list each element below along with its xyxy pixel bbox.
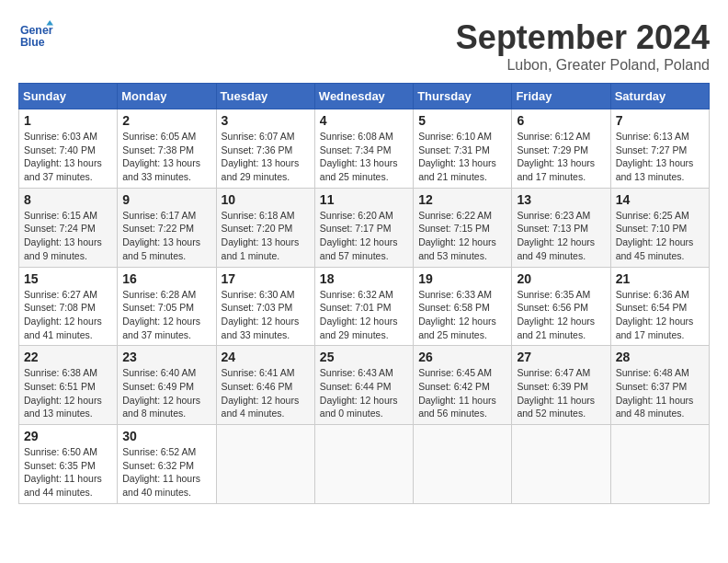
day-info: Sunrise: 6:17 AM Sunset: 7:22 PM Dayligh… <box>122 209 210 263</box>
title-section: September 2024 Lubon, Greater Poland, Po… <box>456 18 710 74</box>
day-number: 3 <box>222 113 310 128</box>
col-header-wednesday: Wednesday <box>314 84 413 109</box>
calendar-week-row: 1Sunrise: 6:03 AM Sunset: 7:40 PM Daylig… <box>19 109 710 189</box>
day-number: 13 <box>517 192 605 207</box>
day-info: Sunrise: 6:12 AM Sunset: 7:29 PM Dayligh… <box>517 130 605 184</box>
day-info: Sunrise: 6:35 AM Sunset: 6:56 PM Dayligh… <box>517 288 605 342</box>
day-number: 2 <box>122 113 210 128</box>
logo-icon: General Blue <box>18 18 53 53</box>
calendar-cell: 11Sunrise: 6:20 AM Sunset: 7:17 PM Dayli… <box>314 188 413 267</box>
calendar-cell: 8Sunrise: 6:15 AM Sunset: 7:24 PM Daylig… <box>19 188 118 267</box>
calendar-cell: 29Sunrise: 6:50 AM Sunset: 6:35 PM Dayli… <box>19 425 118 504</box>
day-number: 23 <box>122 350 210 364</box>
day-number: 16 <box>122 271 210 286</box>
svg-text:Blue: Blue <box>20 36 45 49</box>
calendar-week-row: 15Sunrise: 6:27 AM Sunset: 7:08 PM Dayli… <box>19 267 710 346</box>
day-number: 24 <box>222 350 310 364</box>
calendar-cell: 4Sunrise: 6:08 AM Sunset: 7:34 PM Daylig… <box>314 109 413 189</box>
calendar-cell: 12Sunrise: 6:22 AM Sunset: 7:15 PM Dayli… <box>414 188 512 267</box>
day-info: Sunrise: 6:50 AM Sunset: 6:35 PM Dayligh… <box>24 445 112 500</box>
day-number: 4 <box>320 113 408 128</box>
calendar-cell: 18Sunrise: 6:32 AM Sunset: 7:01 PM Dayli… <box>314 267 413 346</box>
day-number: 14 <box>616 192 704 207</box>
calendar-cell: 5Sunrise: 6:10 AM Sunset: 7:31 PM Daylig… <box>414 109 512 189</box>
calendar-cell: 28Sunrise: 6:48 AM Sunset: 6:37 PM Dayli… <box>610 346 709 425</box>
day-number: 26 <box>418 350 506 364</box>
calendar-cell: 16Sunrise: 6:28 AM Sunset: 7:05 PM Dayli… <box>118 267 216 346</box>
day-number: 10 <box>222 192 310 207</box>
day-number: 22 <box>24 350 112 364</box>
col-header-friday: Friday <box>512 84 610 109</box>
calendar-cell: 19Sunrise: 6:33 AM Sunset: 6:58 PM Dayli… <box>414 267 512 346</box>
day-info: Sunrise: 6:28 AM Sunset: 7:05 PM Dayligh… <box>122 288 210 342</box>
calendar-table: SundayMondayTuesdayWednesdayThursdayFrid… <box>18 83 710 504</box>
day-info: Sunrise: 6:48 AM Sunset: 6:37 PM Dayligh… <box>616 366 704 420</box>
day-info: Sunrise: 6:23 AM Sunset: 7:13 PM Dayligh… <box>517 209 605 263</box>
day-info: Sunrise: 6:45 AM Sunset: 6:42 PM Dayligh… <box>418 366 506 420</box>
day-number: 9 <box>122 192 210 207</box>
col-header-tuesday: Tuesday <box>216 84 314 109</box>
calendar-cell: 2Sunrise: 6:05 AM Sunset: 7:38 PM Daylig… <box>118 109 216 189</box>
month-title: September 2024 <box>456 18 710 57</box>
day-info: Sunrise: 6:43 AM Sunset: 6:44 PM Dayligh… <box>320 366 408 420</box>
day-number: 29 <box>24 429 112 443</box>
day-number: 19 <box>418 271 506 286</box>
calendar-cell: 27Sunrise: 6:47 AM Sunset: 6:39 PM Dayli… <box>512 346 610 425</box>
location-subtitle: Lubon, Greater Poland, Poland <box>456 57 710 74</box>
day-number: 27 <box>517 350 605 364</box>
calendar-week-row: 29Sunrise: 6:50 AM Sunset: 6:35 PM Dayli… <box>19 425 710 504</box>
calendar-cell: 21Sunrise: 6:36 AM Sunset: 6:54 PM Dayli… <box>610 267 709 346</box>
calendar-cell: 14Sunrise: 6:25 AM Sunset: 7:10 PM Dayli… <box>610 188 709 267</box>
day-info: Sunrise: 6:38 AM Sunset: 6:51 PM Dayligh… <box>24 366 112 420</box>
calendar-cell: 3Sunrise: 6:07 AM Sunset: 7:36 PM Daylig… <box>216 109 314 189</box>
day-number: 11 <box>320 192 408 207</box>
calendar-cell <box>610 425 709 504</box>
calendar-cell <box>216 425 314 504</box>
day-number: 30 <box>122 429 210 443</box>
day-number: 6 <box>517 113 605 128</box>
day-info: Sunrise: 6:47 AM Sunset: 6:39 PM Dayligh… <box>517 366 605 420</box>
calendar-cell <box>414 425 512 504</box>
day-info: Sunrise: 6:07 AM Sunset: 7:36 PM Dayligh… <box>222 130 310 184</box>
day-info: Sunrise: 6:41 AM Sunset: 6:46 PM Dayligh… <box>222 366 310 420</box>
calendar-cell: 10Sunrise: 6:18 AM Sunset: 7:20 PM Dayli… <box>216 188 314 267</box>
calendar-cell: 15Sunrise: 6:27 AM Sunset: 7:08 PM Dayli… <box>19 267 118 346</box>
day-info: Sunrise: 6:33 AM Sunset: 6:58 PM Dayligh… <box>418 288 506 342</box>
day-number: 5 <box>418 113 506 128</box>
calendar-cell: 23Sunrise: 6:40 AM Sunset: 6:49 PM Dayli… <box>118 346 216 425</box>
day-info: Sunrise: 6:40 AM Sunset: 6:49 PM Dayligh… <box>122 366 210 420</box>
calendar-cell: 6Sunrise: 6:12 AM Sunset: 7:29 PM Daylig… <box>512 109 610 189</box>
calendar-cell: 20Sunrise: 6:35 AM Sunset: 6:56 PM Dayli… <box>512 267 610 346</box>
svg-text:General: General <box>20 24 53 37</box>
day-number: 25 <box>320 350 408 364</box>
day-info: Sunrise: 6:22 AM Sunset: 7:15 PM Dayligh… <box>418 209 506 263</box>
calendar-cell: 25Sunrise: 6:43 AM Sunset: 6:44 PM Dayli… <box>314 346 413 425</box>
col-header-thursday: Thursday <box>414 84 512 109</box>
day-info: Sunrise: 6:27 AM Sunset: 7:08 PM Dayligh… <box>24 288 112 342</box>
day-number: 12 <box>418 192 506 207</box>
day-number: 7 <box>616 113 704 128</box>
day-info: Sunrise: 6:25 AM Sunset: 7:10 PM Dayligh… <box>616 209 704 263</box>
calendar-cell: 26Sunrise: 6:45 AM Sunset: 6:42 PM Dayli… <box>414 346 512 425</box>
calendar-cell: 1Sunrise: 6:03 AM Sunset: 7:40 PM Daylig… <box>19 109 118 189</box>
calendar-cell: 13Sunrise: 6:23 AM Sunset: 7:13 PM Dayli… <box>512 188 610 267</box>
day-info: Sunrise: 6:03 AM Sunset: 7:40 PM Dayligh… <box>24 130 112 184</box>
calendar-week-row: 8Sunrise: 6:15 AM Sunset: 7:24 PM Daylig… <box>19 188 710 267</box>
col-header-monday: Monday <box>118 84 216 109</box>
col-header-sunday: Sunday <box>19 84 118 109</box>
day-number: 21 <box>616 271 704 286</box>
calendar-cell <box>512 425 610 504</box>
col-header-saturday: Saturday <box>610 84 709 109</box>
calendar-cell: 30Sunrise: 6:52 AM Sunset: 6:32 PM Dayli… <box>118 425 216 504</box>
day-info: Sunrise: 6:13 AM Sunset: 7:27 PM Dayligh… <box>616 130 704 184</box>
day-number: 20 <box>517 271 605 286</box>
calendar-cell: 22Sunrise: 6:38 AM Sunset: 6:51 PM Dayli… <box>19 346 118 425</box>
day-number: 17 <box>222 271 310 286</box>
day-info: Sunrise: 6:20 AM Sunset: 7:17 PM Dayligh… <box>320 209 408 263</box>
day-info: Sunrise: 6:18 AM Sunset: 7:20 PM Dayligh… <box>222 209 310 263</box>
day-info: Sunrise: 6:30 AM Sunset: 7:03 PM Dayligh… <box>222 288 310 342</box>
day-info: Sunrise: 6:36 AM Sunset: 6:54 PM Dayligh… <box>616 288 704 342</box>
day-number: 8 <box>24 192 112 207</box>
day-info: Sunrise: 6:32 AM Sunset: 7:01 PM Dayligh… <box>320 288 408 342</box>
logo: General Blue <box>18 18 53 53</box>
